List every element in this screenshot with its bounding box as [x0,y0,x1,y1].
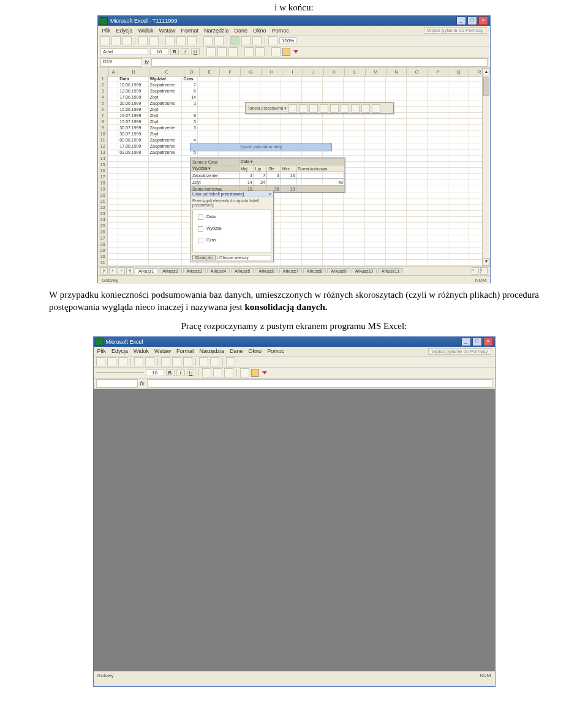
currency-icon[interactable] [244,47,254,56]
menu-edit[interactable]: Edycja [116,28,133,34]
pivot-row-field[interactable]: Wydział ▾ [191,165,239,172]
col-N[interactable]: N [386,68,407,76]
menu-tools[interactable]: Narzędzia [204,28,229,34]
col-L[interactable]: L [345,68,366,76]
borders-icon[interactable] [271,47,281,56]
pivot-col-field[interactable]: Data ▾ [239,159,344,165]
pivot-btn-8[interactable] [361,104,370,113]
menu-format[interactable]: Format [181,28,199,34]
name-box[interactable] [96,379,138,388]
col-O[interactable]: O [407,68,428,76]
worksheet-area[interactable]: A B C D E F G H I J K L M N O P Q R 1Dat… [98,68,490,266]
menu-data[interactable]: Dane [230,348,243,354]
cut-icon[interactable] [165,36,175,45]
autosum-icon[interactable] [230,36,239,45]
pivot-result-table[interactable]: Suma z Czas Data ▾ Wydział ▾ Maj Lip Sie… [190,157,345,193]
new-icon[interactable] [100,36,110,45]
menu-file[interactable]: Plik [102,28,111,34]
pivot-field-list[interactable]: Lista pól tabeli przestawnej × Przeciągn… [190,191,274,262]
borders-icon[interactable] [240,368,249,377]
pivot-btn-4[interactable] [320,104,328,113]
col-H[interactable]: H [262,68,282,76]
align-right-icon[interactable] [228,47,238,56]
cut-icon[interactable] [161,357,170,366]
copy-icon[interactable] [172,357,181,366]
bold-button[interactable]: B [170,48,179,55]
col-J[interactable]: J [303,68,324,76]
maximize-button[interactable]: □ [472,338,482,346]
pivot-btn-5[interactable] [330,104,339,113]
field-item[interactable]: Data [194,211,270,223]
field-item[interactable]: Wydział [194,223,270,235]
align-center-icon[interactable] [217,47,227,56]
sheet-tab[interactable]: Arkusz8 [303,268,326,273]
formula-bar[interactable] [151,58,488,67]
underline-button[interactable]: U [191,48,200,55]
col-P[interactable]: P [428,68,448,76]
fieldlist-area-combo[interactable]: Obszar wierszy [217,255,271,260]
tab-nav-next-icon[interactable]: › [118,267,125,274]
fx-icon[interactable]: fx [145,59,149,66]
sheet-tab[interactable]: Arkusz6 [255,268,277,273]
pivot-page-drop[interactable]: Upuść pola stron tutaj [190,143,332,151]
print-icon[interactable] [138,36,148,45]
menu-view[interactable]: Widok [134,348,149,354]
titlebar[interactable]: Microsoft Excel _ □ × [94,337,495,347]
menu-window[interactable]: Okno [249,348,262,354]
font-name-combo[interactable]: Arial [100,48,148,55]
redo-icon[interactable] [210,357,219,366]
vertical-scrollbar[interactable]: ▲ ▼ [482,68,490,266]
sheet-tab[interactable]: Arkusz10 [352,268,377,273]
close-button[interactable]: × [483,338,493,346]
sheet-tab[interactable]: Arkusz4 [207,268,230,273]
scroll-thumb[interactable] [483,77,489,96]
font-name-combo[interactable] [96,372,144,373]
italic-button[interactable]: I [176,369,185,376]
fx-icon[interactable]: fx [140,380,145,387]
sheet-tab[interactable]: Arkusz2 [159,268,181,273]
sheet-tab[interactable]: Arkusz5 [231,268,254,273]
col-I[interactable]: I [282,68,303,76]
menu-edit[interactable]: Edycja [111,348,128,354]
sheet-tab[interactable]: Arkusz7 [279,268,302,273]
pivot-btn-3[interactable] [309,104,318,113]
paste-icon[interactable] [183,357,192,366]
menu-data[interactable]: Dane [235,28,248,34]
pivot-toolbar-label[interactable]: Tabela przestawna ▾ [247,106,287,111]
formula-bar[interactable] [147,379,492,388]
col-D[interactable]: D [184,68,199,76]
font-color-icon[interactable] [262,371,267,374]
font-color-icon[interactable] [293,50,298,53]
field-checkbox[interactable] [198,214,203,220]
align-right-icon[interactable] [224,368,233,377]
font-size-combo[interactable]: 10 [150,48,168,55]
align-left-icon[interactable] [202,368,211,377]
minimize-button[interactable]: _ [461,338,471,346]
fill-color-icon[interactable] [251,369,259,377]
preview-icon[interactable] [149,36,159,45]
fieldlist-body[interactable]: Data Wydział Czas [192,210,271,252]
name-box[interactable]: D19 [100,58,142,67]
redo-icon[interactable] [214,36,224,45]
menu-insert[interactable]: Wstaw [154,348,171,354]
standard-toolbar[interactable]: 100% [98,36,490,47]
menubar[interactable]: Plik Edycja Widok Wstaw Format Narzędzia… [94,347,495,357]
column-headers[interactable]: A B C D E F G H I J K L M N O P Q R [98,68,490,77]
col-G[interactable]: G [241,68,262,76]
minimize-button[interactable]: _ [456,17,466,25]
copy-icon[interactable] [176,36,186,45]
tab-nav-last-icon[interactable]: ›| [126,267,134,274]
open-icon[interactable] [107,357,116,366]
align-center-icon[interactable] [213,368,222,377]
field-item[interactable]: Czas [194,235,270,246]
pivot-btn-1[interactable] [288,104,297,113]
col-B[interactable]: B [118,68,149,76]
titlebar[interactable]: Microsoft Excel - T1111999 _ □ × [98,16,490,26]
italic-button[interactable]: I [181,48,189,55]
menu-window[interactable]: Okno [253,28,266,34]
bold-button[interactable]: B [166,369,175,376]
underline-button[interactable]: U [187,369,195,376]
pivot-btn-2[interactable] [299,104,307,113]
menu-view[interactable]: Widok [138,28,154,34]
preview-icon[interactable] [145,357,154,366]
